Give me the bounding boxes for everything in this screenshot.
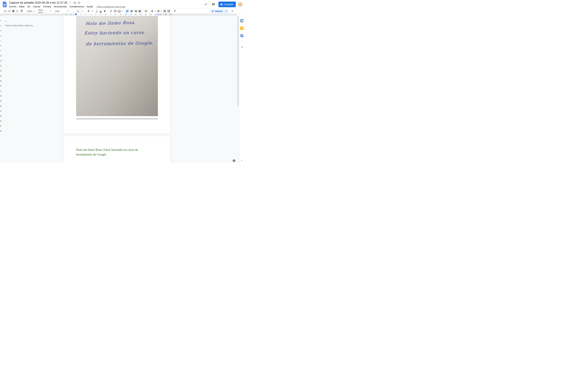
toolbar-separator	[53, 10, 53, 13]
ruler-number: 2	[86, 14, 86, 16]
toolbar-separator	[149, 10, 149, 13]
menu-archivo[interactable]: Archivo	[9, 5, 18, 8]
calendar-icon[interactable]: 31	[240, 19, 244, 23]
show-side-panel-button[interactable]: ›	[240, 158, 244, 162]
share-button[interactable]: Compartir	[218, 2, 236, 7]
paragraph-styles-select[interactable]: Texto norm...▼	[37, 9, 52, 13]
ruler-number: 13	[140, 14, 142, 16]
last-modified-link[interactable]: Última modificación hace 6 días	[97, 6, 126, 8]
outline-item[interactable]: Hola me llamo Rosa. Estoy ha...	[5, 24, 36, 27]
bulleted-list-dropdown[interactable]: ▼	[160, 9, 162, 13]
font-size-value[interactable]: 11	[76, 10, 80, 13]
toolbar: A 100%▼ Texto norm...▼ Arial▼ − 11 + B I…	[0, 9, 244, 14]
numbered-list-button[interactable]: 123	[150, 9, 154, 13]
insert-image-dropdown[interactable]: ▼	[121, 9, 123, 13]
ruler-tick	[1, 95, 2, 95]
insert-link-button[interactable]	[109, 9, 113, 13]
paint-format-button[interactable]	[20, 9, 24, 13]
bold-button[interactable]: B	[86, 9, 90, 13]
ruler-tick	[1, 107, 2, 108]
tasks-icon[interactable]	[240, 34, 244, 38]
ruler-tick	[153, 14, 153, 15]
ruler-tick	[65, 15, 65, 15]
paragraph-text[interactable]: Hola me llamo Rosa. Estoy haciendo un cu…	[76, 147, 145, 157]
print-button[interactable]	[11, 9, 16, 13]
increase-indent-button[interactable]	[166, 9, 170, 13]
line-spacing-button[interactable]	[144, 9, 148, 13]
ruler-tick	[1, 115, 2, 115]
text-color-button[interactable]: A	[99, 9, 103, 13]
get-addons-button[interactable]: +	[240, 45, 244, 49]
ruler-tick	[1, 90, 2, 90]
spellcheck-button[interactable]: A	[16, 9, 20, 13]
vertical-scrollbar[interactable]	[237, 16, 238, 106]
clear-formatting-button[interactable]: X	[173, 9, 177, 13]
ruler-tick	[1, 85, 2, 85]
ruler-tick	[1, 100, 2, 100]
ruler-tick	[1, 87, 2, 88]
page-1[interactable]: Hola me llamo Rosa. Estoy haciendo un cu…	[63, 16, 171, 134]
undo-button[interactable]	[3, 9, 7, 13]
ruler-tick	[1, 94, 2, 94]
underline-button[interactable]: U	[95, 9, 99, 13]
menu-herramientas[interactable]: Herramientas	[52, 5, 68, 8]
ruler-number: 15	[0, 80, 2, 82]
ruler-tick	[90, 15, 90, 15]
ruler-tick	[1, 43, 2, 44]
ruler-number: 8	[115, 14, 116, 16]
docs-logo[interactable]	[2, 1, 8, 8]
ruler-tick	[134, 15, 135, 15]
menu-formato[interactable]: Formato	[42, 5, 52, 8]
left-indent-marker[interactable]	[75, 14, 77, 16]
ruler-number: 19	[170, 14, 172, 16]
activity-trend-icon[interactable]	[203, 2, 208, 7]
menu-ayuda[interactable]: Ayuda	[86, 5, 94, 8]
page-2[interactable]: Hola me llamo Rosa. Estoy haciendo un cu…	[63, 136, 171, 163]
star-icon[interactable]: ☆	[69, 1, 72, 4]
insert-image-button[interactable]	[117, 9, 121, 13]
close-outline-button[interactable]: ←	[4, 18, 8, 23]
align-right-button[interactable]	[134, 9, 138, 13]
editing-mode-button[interactable]: Edición ▼	[210, 9, 228, 13]
justify-button[interactable]	[138, 9, 142, 13]
align-left-button[interactable]	[126, 9, 130, 13]
menu-editar[interactable]: Editar	[18, 5, 26, 8]
numbered-list-dropdown[interactable]: ▼	[154, 9, 156, 13]
cloud-status-icon[interactable]	[78, 1, 80, 4]
ruler-tick	[1, 27, 2, 27]
font-size-decrease-button[interactable]: −	[72, 10, 76, 13]
vertical-ruler[interactable]: 2345678910111213141516171819202122232425	[0, 16, 2, 134]
document-title[interactable]: Captura de pantalla 2020-06-26 a las 11.…	[9, 1, 67, 4]
keep-icon[interactable]	[240, 26, 244, 30]
italic-button[interactable]: I	[90, 9, 95, 13]
right-indent-marker[interactable]	[157, 14, 159, 16]
font-value: Arial	[55, 10, 59, 12]
font-family-select[interactable]: Arial▼	[54, 9, 70, 13]
menu-bar: ArchivoEditarVerInsertarFormatoHerramien…	[9, 5, 126, 8]
chevron-down-icon: ▼	[122, 10, 123, 12]
chevron-down-icon: ▼	[33, 10, 34, 12]
ruler-tick	[157, 15, 157, 15]
zoom-select[interactable]: 100%▼	[26, 9, 35, 13]
avatar[interactable]	[238, 2, 243, 7]
bulleted-list-button[interactable]	[156, 9, 160, 13]
handwriting-image[interactable]: Hola me llamo Rosa. Estoy haciendo un cu…	[76, 16, 158, 116]
svg-text:3: 3	[151, 12, 151, 12]
align-center-button[interactable]	[130, 9, 134, 13]
font-size-increase-button[interactable]: +	[80, 10, 84, 13]
add-comment-button[interactable]	[113, 9, 117, 13]
menu-complementos[interactable]: Complementos	[68, 5, 86, 8]
decrease-indent-button[interactable]	[162, 9, 166, 13]
horizontal-rule	[76, 119, 158, 119]
highlight-color-button[interactable]	[103, 9, 107, 13]
toolbar-separator	[172, 10, 172, 13]
explore-button[interactable]	[231, 158, 237, 163]
hide-menus-button[interactable]	[230, 9, 234, 13]
move-folder-icon[interactable]	[73, 1, 76, 4]
menu-ver[interactable]: Ver	[26, 5, 32, 8]
menu-insertar[interactable]: Insertar	[32, 5, 42, 8]
comment-history-icon[interactable]	[211, 2, 216, 7]
horizontal-ruler[interactable]: 2112345678910111213141516171819	[0, 14, 237, 16]
zoom-value: 100%	[27, 10, 32, 12]
redo-button[interactable]	[7, 9, 11, 13]
